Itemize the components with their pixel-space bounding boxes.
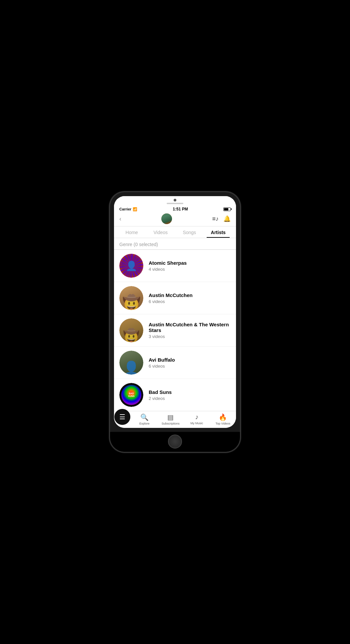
list-item[interactable]: BADSUNS Bad Suns 2 videos <box>114 379 236 411</box>
artist-name: Bad Suns <box>149 389 231 395</box>
nav-item-my-music[interactable]: ♪ My Music <box>184 413 210 425</box>
nav-item-explore[interactable]: 🔍 Explore <box>131 413 158 425</box>
artist-info-3: Austin McCutchen & The Western Stars 3 v… <box>149 322 231 339</box>
home-button-area <box>110 432 240 452</box>
bell-icon[interactable]: 🔔 <box>223 215 231 222</box>
artist-info-5: Bad Suns 2 videos <box>149 389 231 401</box>
tab-videos[interactable]: Videos <box>146 226 175 238</box>
top-videos-label: Top Videos <box>216 422 230 425</box>
explore-label: Explore <box>139 422 150 425</box>
explore-icon: 🔍 <box>140 413 149 421</box>
artist-name: Avi Buffalo <box>149 357 231 363</box>
list-item[interactable]: 👤 Atomic Sherpas 4 videos <box>114 250 236 282</box>
carrier-label: Carrier <box>119 207 131 211</box>
artist-avatar-4: 👤 <box>119 351 143 375</box>
artist-avatar-3: 🤠 <box>119 318 143 342</box>
time-display: 1:51 PM <box>173 207 188 211</box>
my-music-icon: ♪ <box>195 413 198 421</box>
artist-video-count: 4 videos <box>149 267 231 272</box>
artist-info-2: Austin McCutchen 6 videos <box>149 292 231 304</box>
list-item[interactable]: 👤 Avi Buffalo 6 videos <box>114 347 236 379</box>
artist-avatar-1: 👤 <box>119 254 143 278</box>
nav-item-subscriptions[interactable]: ▤ Subscriptions <box>158 413 184 425</box>
artist-video-count: 6 videos <box>149 364 231 369</box>
wifi-icon: 📶 <box>133 207 137 211</box>
tab-home[interactable]: Home <box>117 226 146 238</box>
battery-area <box>223 207 231 211</box>
list-item[interactable]: 🤠 Austin McCutchen 6 videos <box>114 282 236 314</box>
queue-icon[interactable]: ≡♪ <box>212 215 219 222</box>
genre-filter[interactable]: Genre (0 selected) <box>114 238 236 250</box>
battery-icon <box>223 207 231 211</box>
tab-songs[interactable]: Songs <box>175 226 204 238</box>
artist-name: Atomic Sherpas <box>149 260 231 266</box>
artist-video-count: 2 videos <box>149 396 231 401</box>
artist-list: 👤 Atomic Sherpas 4 videos 🤠 Austin McCut… <box>114 250 236 411</box>
carrier-info: Carrier 📶 <box>119 207 137 211</box>
artist-name: Austin McCutchen & The Western Stars <box>149 322 231 333</box>
my-music-label: My Music <box>190 422 203 425</box>
back-button[interactable]: ‹ <box>119 215 121 222</box>
nav-bar: ‹ ≡♪ 🔔 <box>114 211 236 226</box>
artist-name: Austin McCutchen <box>149 292 231 298</box>
subscriptions-icon: ▤ <box>167 413 174 421</box>
status-bar: Carrier 📶 1:51 PM <box>114 205 236 211</box>
tabs-bar: Home Videos Songs Artists <box>114 226 236 238</box>
artist-info-1: Atomic Sherpas 4 videos <box>149 260 231 272</box>
artist-avatar-5: BADSUNS <box>119 383 143 407</box>
subscriptions-label: Subscriptions <box>162 422 180 425</box>
bottom-nav: ☰ 🔍 Explore ▤ Subscriptions ♪ My Music 🔥… <box>114 411 236 428</box>
phone-frame: Carrier 📶 1:51 PM ‹ ≡♪ 🔔 Hom <box>110 192 240 452</box>
screen: Carrier 📶 1:51 PM ‹ ≡♪ 🔔 Hom <box>114 196 236 428</box>
artist-video-count: 3 videos <box>149 334 231 339</box>
artist-info-4: Avi Buffalo 6 videos <box>149 357 231 369</box>
tab-artists[interactable]: Artists <box>204 226 233 238</box>
nav-item-top-videos[interactable]: 🔥 Top Videos <box>210 413 236 425</box>
avatar[interactable] <box>161 213 172 224</box>
nav-icons: ≡♪ 🔔 <box>212 215 231 222</box>
home-button[interactable] <box>168 435 182 449</box>
genre-filter-label: Genre (0 selected) <box>119 242 158 247</box>
list-item[interactable]: 🤠 Austin McCutchen & The Western Stars 3… <box>114 314 236 347</box>
artist-avatar-2: 🤠 <box>119 286 143 310</box>
logo-button[interactable]: ☰ <box>114 408 133 428</box>
top-videos-icon: 🔥 <box>219 413 227 421</box>
artist-video-count: 6 videos <box>149 299 231 304</box>
logo-icon: ☰ <box>119 414 125 420</box>
